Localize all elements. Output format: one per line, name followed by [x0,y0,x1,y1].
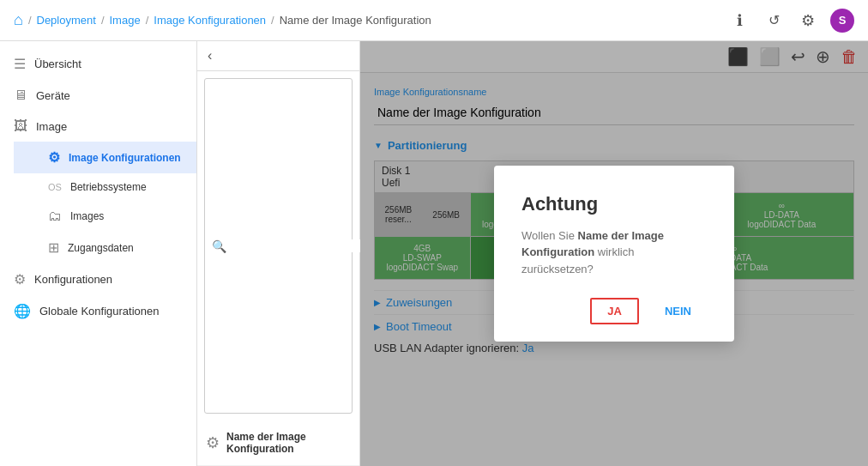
dialog: Achtung Wollen Sie Name der Image Konfig… [494,166,734,342]
sidebar-label-image-konfigurationen: Image Konfigurationen [69,152,181,164]
sidebar-label-image: Image [36,120,67,133]
sidebar: ☰ Übersicht 🖥 Geräte 🖼 Image ⚙ Image Kon… [0,41,197,466]
search-icon: 🔍 [212,239,226,253]
sidebar-item-images[interactable]: 🗂 Images [14,201,196,232]
panel-list-header: ‹ [197,41,359,71]
search-box[interactable]: 🔍 [204,78,353,414]
home-icon[interactable]: ⌂ [14,11,23,29]
sidebar-item-zugangsdaten[interactable]: ⊞ Zugangsdaten [14,232,196,263]
info-icon[interactable]: ℹ [727,9,751,33]
breadcrumb-image[interactable]: Image [110,14,141,27]
card-text: Name der ImageKonfiguration [226,431,306,455]
dialog-actions: JA NEIN [521,298,707,324]
panel-main: ⬛ ⬜ ↩ ⊕ 🗑 Image Konfigurationsname ▼ Par… [360,41,868,466]
sidebar-label-betriebssysteme: Betriebssysteme [70,181,147,193]
sidebar-item-image[interactable]: 🖼 Image [0,111,196,142]
header: ⌂ / Deployment / Image / Image Konfigura… [0,0,868,41]
image-icon: 🖼 [14,118,27,134]
refresh-icon[interactable]: ↺ [762,9,786,33]
sidebar-label-images: Images [70,210,104,222]
gerate-icon: 🖥 [14,88,27,103]
sidebar-item-konfigurationen[interactable]: ⚙ Konfigurationen [0,263,196,295]
sidebar-item-globale[interactable]: 🌐 Globale Konfigurationen [0,295,196,327]
content-area: ‹ 🔍 ⚙ Name der ImageKonfiguration ⬛ ⬜ ↩ … [197,41,868,466]
sidebar-sub: ⚙ Image Konfigurationen OS Betriebssyste… [0,142,196,263]
panel-list: ‹ 🔍 ⚙ Name der ImageKonfiguration [197,41,360,466]
card-icon: ⚙ [206,433,220,452]
breadcrumb: ⌂ / Deployment / Image / Image Konfigura… [14,11,431,29]
sidebar-label-zugangsdaten: Zugangsdaten [68,242,134,254]
avatar[interactable]: S [830,9,854,33]
konfigurationen-icon: ⚙ [14,271,26,287]
sidebar-label-konfigurationen: Konfigurationen [34,273,112,286]
sidebar-item-image-konfigurationen[interactable]: ⚙ Image Konfigurationen [14,142,196,173]
sidebar-label-gerate: Geräte [36,89,70,102]
globale-icon: 🌐 [14,303,31,319]
header-icons: ℹ ↺ ⚙ S [727,9,854,33]
sidebar-label-globale: Globale Konfigurationen [39,305,160,318]
dialog-body-prefix: Wollen Sie [521,229,578,242]
dialog-title: Achtung [521,193,707,215]
search-input[interactable] [226,239,371,252]
images-icon: 🗂 [48,209,62,224]
ubersicht-icon: ☰ [14,56,26,72]
breadcrumb-deployment[interactable]: Deployment [37,14,96,27]
dialog-ja-button[interactable]: JA [590,298,639,324]
dialog-nein-button[interactable]: NEIN [649,298,707,324]
list-item-card[interactable]: ⚙ Name der ImageKonfiguration [197,421,359,466]
sidebar-item-ubersicht[interactable]: ☰ Übersicht [0,48,196,80]
betriebssysteme-icon: OS [48,182,62,192]
breadcrumb-current: Name der Image Konfiguration [280,14,431,27]
image-konfig-icon: ⚙ [48,149,60,166]
dialog-body: Wollen Sie Name der Image Konfiguration … [521,227,707,278]
breadcrumb-image-konfigurationen[interactable]: Image Konfigurationen [154,14,266,27]
zugangsdaten-icon: ⊞ [48,239,59,256]
dialog-overlay: Achtung Wollen Sie Name der Image Konfig… [360,41,868,466]
back-button[interactable]: ‹ [204,46,215,65]
main-layout: ☰ Übersicht 🖥 Geräte 🖼 Image ⚙ Image Kon… [0,41,868,466]
sidebar-item-betriebssysteme[interactable]: OS Betriebssysteme [14,173,196,201]
sidebar-item-gerate[interactable]: 🖥 Geräte [0,80,196,111]
sidebar-label-ubersicht: Übersicht [34,57,81,70]
settings-icon[interactable]: ⚙ [796,9,820,33]
